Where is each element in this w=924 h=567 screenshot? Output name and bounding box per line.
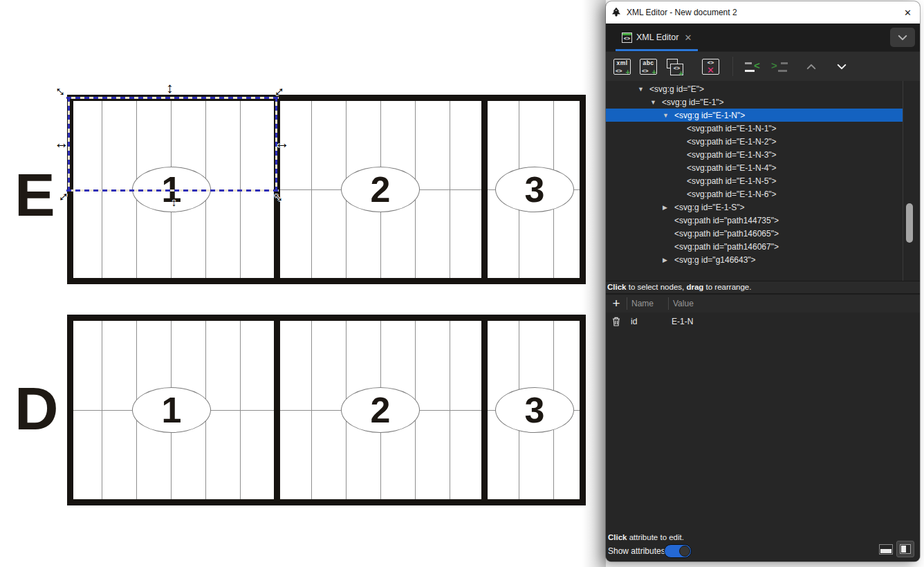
scale-handle-top-center[interactable]: ↔ — [163, 81, 180, 97]
expander-icon[interactable]: ▼ — [650, 99, 662, 106]
dialog-tabbar: <> XML Editor ✕ — [606, 24, 920, 51]
delete-attribute-button[interactable] — [606, 317, 627, 326]
dialog-title: XML Editor - New document 2 — [627, 8, 737, 17]
layout-vertical-button[interactable] — [896, 541, 914, 557]
tree-node[interactable]: ▶ <svg:g id="E-1-S"> — [606, 201, 903, 214]
panel-menu-button[interactable] — [890, 28, 915, 47]
panel-drop-shadow — [582, 0, 606, 567]
scale-handle-bottom-center[interactable]: ↔ — [165, 195, 181, 212]
expander-icon[interactable]: ▼ — [663, 112, 674, 119]
add-attribute-button[interactable]: + — [606, 297, 627, 310]
move-node-down-button[interactable] — [831, 57, 851, 77]
tab-label: XML Editor — [636, 32, 678, 42]
new-text-node-button[interactable]: abc <> + — [638, 57, 658, 77]
attribute-name-header: Name — [627, 299, 668, 308]
tree-node-label: <svg:g id="E-1"> — [662, 97, 724, 107]
tree-node-label: <svg:g id="E-1-S"> — [674, 203, 745, 212]
section-ellipse-3[interactable]: 3 — [495, 167, 574, 212]
xml-editor-dialog: XML Editor - New document 2 ✕ <> XML Edi… — [606, 1, 920, 561]
chevron-down-icon — [837, 64, 847, 70]
chevron-up-icon — [806, 64, 816, 70]
section-divider — [274, 321, 280, 499]
attribute-table-body — [606, 331, 920, 530]
tree-node[interactable]: <svg:path id="E-1-N-1"> — [606, 122, 903, 135]
tree-scrollbar-thumb[interactable] — [906, 203, 913, 243]
tree-node-label: <svg:path id="path146065"> — [674, 229, 779, 239]
indent-node-button[interactable]: > — [770, 57, 791, 77]
show-attributes-toggle[interactable] — [664, 544, 692, 558]
attribute-name[interactable]: id — [627, 317, 667, 326]
show-attributes-label: Show attributes — [608, 546, 665, 556]
delete-node-button[interactable]: <> ✕ — [701, 57, 721, 77]
canvas-letter-d[interactable]: D — [15, 378, 57, 439]
trash-icon — [612, 317, 620, 326]
attribute-table-header: + Name Value — [606, 293, 920, 313]
active-tab-underline — [616, 49, 698, 51]
xml-node-tree[interactable]: ▼ <svg:g id="E"> ▼ <svg:g id="E-1"> ▼ <s… — [606, 81, 920, 281]
attribute-edit-hint: Click attribute to edit. — [608, 533, 684, 541]
tree-node[interactable]: <svg:path id="E-1-N-6"> — [606, 187, 903, 201]
tree-node-label: <svg:g id="E-1-N"> — [674, 111, 745, 120]
canvas-letter-e[interactable]: E — [15, 165, 54, 225]
layout-horizontal-icon[interactable] — [879, 544, 893, 555]
tree-node[interactable]: <svg:path id="E-1-N-5"> — [606, 174, 903, 187]
attribute-value[interactable]: E-1-N — [667, 317, 693, 326]
expander-icon[interactable]: ▼ — [638, 86, 649, 93]
tree-status-hint: Click to select nodes, drag to rearrange… — [606, 281, 920, 293]
tree-node-label: <svg:path id="E-1-N-2"> — [687, 137, 777, 147]
tree-node[interactable]: ▶ <svg:g id="g146643"> — [606, 253, 903, 266]
selection-edge-bottom — [66, 189, 279, 192]
tree-node[interactable]: ▼ <svg:g id="E"> — [606, 82, 903, 95]
tree-node-label: <svg:g id="g146643"> — [674, 255, 756, 265]
new-element-node-button[interactable]: xml <> + — [612, 57, 632, 77]
dialog-close-button[interactable]: ✕ — [904, 8, 912, 18]
xml-toolbar: xml <> + abc <> + <> + <> ✕ — [606, 51, 920, 81]
tree-node-label: <svg:path id="E-1-N-6"> — [687, 189, 777, 199]
tree-node[interactable]: <svg:path id="path144735"> — [606, 214, 903, 227]
tree-node[interactable]: <svg:path id="path146065"> — [606, 227, 903, 240]
tree-node-label: <svg:path id="E-1-N-4"> — [687, 163, 777, 173]
attribute-row[interactable]: id E-1-N — [606, 313, 920, 331]
dialog-footer: Click attribute to edit. Show attributes — [606, 530, 920, 561]
scrollbar-track-border — [903, 81, 903, 281]
tree-node-selected[interactable]: ▼ <svg:g id="E-1-N"> — [606, 109, 903, 122]
tree-node-label: <svg:path id="E-1-N-3"> — [687, 150, 777, 160]
tree-node[interactable]: <svg:path id="E-1-N-3"> — [606, 148, 903, 161]
tab-close-icon[interactable]: ✕ — [684, 32, 692, 43]
section-divider — [481, 321, 488, 499]
layout-vertical-icon — [900, 544, 911, 554]
figure-d-group[interactable]: 1 2 3 — [67, 315, 586, 505]
tree-node[interactable]: ▼ <svg:g id="E-1"> — [606, 95, 903, 109]
scale-handle-middle-left[interactable]: ↔ — [53, 136, 70, 152]
inkscape-logo-icon — [611, 7, 622, 18]
expander-icon[interactable]: ▶ — [663, 257, 674, 263]
toolbar-separator — [732, 57, 733, 76]
expander-icon[interactable]: ▶ — [663, 204, 674, 211]
tree-node[interactable]: <svg:path id="path146067"> — [606, 240, 903, 253]
chevron-down-icon — [898, 35, 907, 41]
xml-editor-tab-icon: <> — [622, 32, 632, 43]
tree-node[interactable]: <svg:path id="E-1-N-4"> — [606, 161, 903, 174]
section-divider — [481, 101, 488, 278]
section-ellipse-2[interactable]: 2 — [341, 167, 420, 212]
toggle-knob — [679, 546, 690, 557]
scale-handle-middle-right[interactable]: ↔ — [274, 136, 290, 152]
tree-node-label: <svg:path id="path146067"> — [674, 242, 779, 252]
section-ellipse-1[interactable]: 1 — [132, 387, 211, 433]
move-node-up-button[interactable] — [801, 57, 821, 77]
tree-node-label: <svg:path id="path144735"> — [674, 216, 779, 225]
tree-node-label: <svg:g id="E"> — [649, 84, 704, 94]
tree-node-label: <svg:path id="E-1-N-1"> — [687, 124, 777, 133]
section-ellipse-2[interactable]: 2 — [341, 387, 420, 433]
duplicate-node-button[interactable]: <> + — [665, 57, 685, 77]
unindent-node-button[interactable]: < — [744, 57, 764, 77]
dialog-titlebar[interactable]: XML Editor - New document 2 ✕ — [606, 1, 920, 24]
tree-node[interactable]: <svg:path id="E-1-N-2"> — [606, 135, 903, 148]
attribute-value-header: Value — [669, 299, 694, 308]
tab-xml-editor[interactable]: <> XML Editor ✕ — [616, 24, 698, 51]
tree-node-label: <svg:path id="E-1-N-5"> — [687, 176, 777, 186]
section-ellipse-3[interactable]: 3 — [495, 387, 574, 433]
